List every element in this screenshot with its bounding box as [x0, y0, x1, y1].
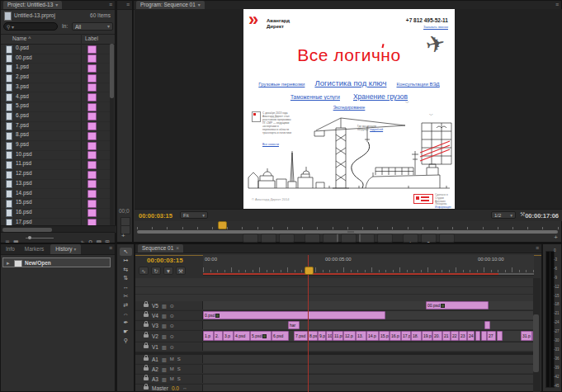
solo-button[interactable]: S [177, 376, 181, 381]
timeline-clip[interactable]: 24 [467, 331, 475, 341]
button-editor-plus[interactable]: + [121, 232, 125, 239]
timeline-clip[interactable]: 19.p [422, 331, 432, 341]
razor-tool[interactable]: ✂ [120, 292, 132, 300]
lock-icon[interactable] [144, 314, 149, 317]
label-color-chip[interactable] [87, 200, 97, 208]
timeline-clip[interactable]: 10.p [326, 331, 333, 341]
eye-icon[interactable]: ⊙ [170, 344, 174, 350]
frame-menu-link[interactable]: Хранение грузов [353, 92, 408, 101]
frame-menu-link[interactable]: Грузовые перевозки [258, 82, 305, 87]
track-select-tool[interactable]: ↦ [120, 257, 132, 265]
sync-lock-icon[interactable]: ▥ [162, 333, 167, 339]
timeline-clip[interactable]: 17.p [401, 331, 411, 341]
track-lane-a2[interactable] [203, 365, 534, 373]
timeline-playhead-marker[interactable] [305, 267, 314, 275]
button-editor-plus[interactable]: + [554, 234, 558, 241]
timeline-clip[interactable]: 1.p [203, 331, 214, 341]
frame-menu-link[interactable]: Экспедирование [333, 105, 366, 110]
solo-button[interactable]: S [177, 366, 181, 371]
panel-menu-icon[interactable]: ≡ [536, 245, 539, 252]
zoom-slider[interactable] [26, 238, 54, 239]
lock-icon[interactable] [144, 377, 149, 380]
label-color-chip[interactable] [87, 83, 97, 92]
timeline-clip[interactable]: 22 [451, 331, 459, 341]
track-lane-v1[interactable] [203, 342, 534, 351]
tab-history[interactable]: History▾ [50, 244, 81, 254]
fader-icon[interactable]: ↔ [182, 385, 187, 390]
project-scrollbar-thumb[interactable] [110, 44, 114, 98]
track-lane-a1[interactable] [203, 355, 534, 363]
frame-menu-link[interactable]: Консультации ВЭД [396, 82, 439, 87]
timeline-clip[interactable]: 14.p [366, 331, 379, 341]
timeline-clip[interactable]: 0.psd [203, 311, 385, 319]
zoom-tool[interactable]: ⚲ [120, 337, 132, 345]
zoom-slider-handle[interactable] [28, 236, 31, 239]
project-file-row[interactable]: 17.psd [1, 218, 111, 225]
lock-icon[interactable] [144, 367, 149, 371]
step-forward-button[interactable]: ▶ [359, 234, 375, 243]
go-to-in-button[interactable]: ⇤ [305, 234, 320, 243]
tab-info[interactable]: Info [1, 244, 20, 254]
timeline-playhead-line[interactable] [308, 255, 309, 392]
sync-lock-icon[interactable]: ▥ [162, 323, 167, 328]
label-color-chip[interactable] [87, 171, 97, 179]
playback-resolution-select[interactable]: 1/2▾ [491, 211, 516, 219]
step-back-button[interactable]: ◀ [323, 234, 338, 243]
timeline-clip[interactable]: 27 [487, 331, 496, 341]
play-button[interactable]: ▶ [341, 234, 357, 243]
mark-out-button[interactable]: } [279, 234, 295, 243]
add-marker-button[interactable]: ▼ [243, 234, 258, 243]
timeline-clip[interactable] [484, 321, 490, 329]
label-color-chip[interactable] [87, 64, 97, 73]
timeline-clip[interactable]: 31.p [521, 331, 532, 341]
eye-icon[interactable]: ⊙ [170, 333, 174, 339]
column-name[interactable]: Name ^ [12, 35, 31, 43]
timeline-scrollbar-thumb[interactable] [533, 314, 539, 372]
label-color-chip[interactable] [87, 103, 97, 111]
rate-stretch-tool[interactable]: ↔ [120, 283, 132, 291]
panel-menu-icon[interactable]: ≡ [555, 2, 559, 8]
search-input[interactable]: ⚲ ▾ [3, 22, 58, 31]
master-gain-value[interactable]: 0.0 [172, 385, 179, 391]
timeline-clip[interactable]: 3.p [223, 331, 234, 341]
solo-button[interactable]: S [177, 357, 181, 361]
track-lane-a3[interactable] [203, 375, 534, 383]
label-color-chip[interactable] [87, 45, 97, 54]
label-color-chip[interactable] [87, 54, 97, 63]
lock-icon[interactable] [144, 345, 149, 348]
label-color-chip[interactable] [87, 209, 97, 217]
lock-icon[interactable] [144, 324, 149, 327]
timeline-clip[interactable]: 16.p [390, 331, 401, 341]
callback-link[interactable]: Заказать звонок [423, 25, 448, 29]
label-color-chip[interactable] [87, 122, 97, 130]
timeline-clip[interactable]: 13. [356, 331, 366, 341]
timeline-vertical-scrollbar[interactable] [533, 278, 541, 392]
mark-in-button[interactable]: { [261, 234, 276, 243]
rolling-edit-tool[interactable]: ⇅ [120, 274, 132, 282]
tab-markers[interactable]: Markers [20, 244, 49, 254]
label-color-chip[interactable] [87, 151, 97, 159]
project-hscrollbar-thumb[interactable] [2, 228, 52, 232]
scrollbar-handle[interactable] [347, 231, 354, 233]
lock-icon[interactable] [144, 357, 149, 361]
timeline-clip[interactable]: har [288, 321, 300, 329]
track-lane-v5[interactable]: 00.psd [203, 301, 534, 309]
slide-tool[interactable]: ⇔ [120, 310, 132, 319]
search-scope-select[interactable]: All▾ [72, 22, 113, 31]
panel-menu-icon[interactable]: ≡ [126, 2, 130, 8]
timeline-clip[interactable]: 15.p [379, 331, 390, 341]
timeline-clip[interactable] [475, 331, 480, 341]
label-color-chip[interactable] [87, 93, 97, 102]
timeline-clip[interactable]: 8.ps [308, 331, 318, 341]
frame-menu-link[interactable]: Таможенные услуги [290, 94, 340, 100]
mute-button[interactable]: M [170, 357, 174, 361]
timeline-clip[interactable]: 11.ps [333, 331, 343, 341]
slip-tool[interactable]: ⇄ [120, 301, 132, 309]
timeline-clip[interactable]: 9.p [318, 331, 326, 341]
program-mini-timeline[interactable] [137, 221, 558, 229]
sync-lock-icon[interactable]: ▥ [162, 357, 167, 362]
lock-icon[interactable] [144, 334, 149, 338]
zoom-level-select[interactable]: Fit▾ [180, 211, 208, 219]
extract-button[interactable]: ↧ [421, 234, 437, 243]
label-color-chip[interactable] [87, 142, 97, 150]
